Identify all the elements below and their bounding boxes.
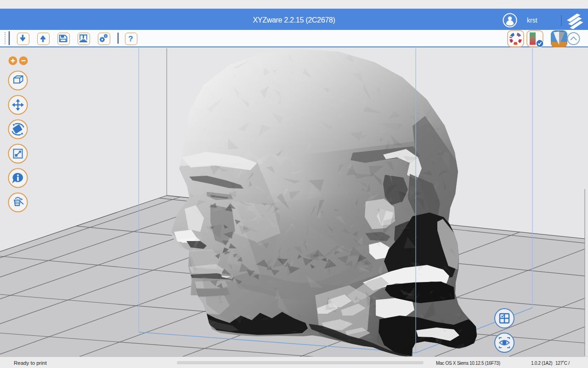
svg-text:krst: krst xyxy=(527,17,537,24)
svg-text:?: ? xyxy=(128,34,133,43)
